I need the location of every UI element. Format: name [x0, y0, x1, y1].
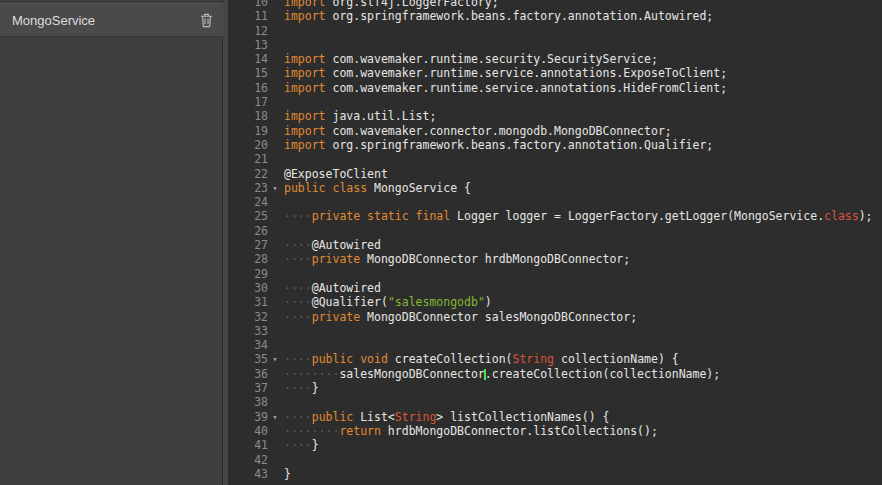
line-number: 29 [228, 267, 268, 281]
code-line[interactable]: 24 [228, 195, 882, 209]
code-line[interactable]: 13 [228, 38, 882, 52]
fold-spacer [268, 195, 282, 209]
code-line[interactable]: 10import org.slf4j.LoggerFactory; [228, 0, 882, 9]
code-line[interactable]: 43} [228, 467, 882, 481]
code-text [282, 338, 284, 352]
line-number: 14 [228, 52, 268, 66]
sidebar-item-mongoservice[interactable]: MongoService [0, 3, 223, 37]
code-text: ····@Autowired [282, 238, 381, 252]
code-text [282, 195, 284, 209]
fold-spacer [268, 438, 282, 452]
code-text: ····private MongoDBConnector hrdbMongoDB… [282, 252, 630, 266]
code-line[interactable]: 20import org.springframework.beans.facto… [228, 138, 882, 152]
code-line[interactable]: 27····@Autowired [228, 238, 882, 252]
code-line[interactable]: 23▾public class MongoService { [228, 181, 882, 195]
fold-spacer [268, 267, 282, 281]
code-token: } [312, 438, 319, 452]
line-number: 30 [228, 281, 268, 295]
code-line[interactable]: 26 [228, 224, 882, 238]
code-line[interactable]: 29 [228, 267, 882, 281]
code-token: > listCollectionNames() { [436, 410, 609, 424]
code-token: org.springframework.beans.factory.annota… [326, 9, 714, 23]
line-number: 36 [228, 367, 268, 381]
line-number: 12 [228, 24, 268, 38]
fold-spacer [268, 252, 282, 266]
code-token: org.springframework.beans.factory.annota… [326, 138, 714, 152]
line-number: 25 [228, 209, 268, 223]
code-text [282, 453, 284, 467]
code-text: @ExposeToClient [282, 167, 388, 181]
code-line[interactable]: 33 [228, 324, 882, 338]
fold-spacer [268, 338, 282, 352]
fold-spacer [268, 324, 282, 338]
line-number: 32 [228, 310, 268, 324]
code-line[interactable]: 14import com.wavemaker.runtime.security.… [228, 52, 882, 66]
code-token: import [284, 52, 326, 66]
code-line[interactable]: 16import com.wavemaker.runtime.service.a… [228, 81, 882, 95]
code-token: "salesmongodb" [388, 295, 485, 309]
code-line[interactable]: 32····private MongoDBConnector salesMong… [228, 310, 882, 324]
code-token: List< [353, 410, 395, 424]
fold-spacer [268, 395, 282, 409]
fold-spacer [268, 424, 282, 438]
code-token: hrdbMongoDBConnector.listCollections(); [381, 424, 658, 438]
code-line[interactable]: 22@ExposeToClient [228, 167, 882, 181]
line-number: 28 [228, 252, 268, 266]
code-line[interactable]: 15import com.wavemaker.runtime.service.a… [228, 66, 882, 80]
code-line[interactable]: 35▾····public void createCollection(Stri… [228, 352, 882, 366]
code-line[interactable]: 39▾····public List<String> listCollectio… [228, 410, 882, 424]
code-line[interactable]: 21 [228, 152, 882, 166]
code-line[interactable]: 12 [228, 24, 882, 38]
code-line[interactable]: 36········salesMongoDBConnector.createCo… [228, 367, 882, 381]
line-number: 17 [228, 95, 268, 109]
code-token: Logger logger = LoggerFactory.getLogger(… [450, 209, 824, 223]
fold-spacer [268, 138, 282, 152]
fold-spacer [268, 152, 282, 166]
code-line[interactable]: 30····@Autowired [228, 281, 882, 295]
code-line[interactable]: 37····} [228, 381, 882, 395]
code-token: ···· [284, 352, 312, 366]
line-number: 18 [228, 109, 268, 123]
line-number: 27 [228, 238, 268, 252]
code-editor[interactable]: 10import org.slf4j.LoggerFactory;11impor… [228, 0, 882, 485]
code-token: MongoDBConnector hrdbMongoDBConnector; [360, 252, 630, 266]
fold-arrow-icon[interactable]: ▾ [268, 352, 282, 366]
code-line[interactable]: 11import org.springframework.beans.facto… [228, 9, 882, 23]
code-token: @ExposeToClient [284, 167, 388, 181]
line-number: 15 [228, 66, 268, 80]
code-line[interactable]: 38 [228, 395, 882, 409]
trash-icon[interactable] [200, 13, 213, 28]
code-text: ········salesMongoDBConnector.createColl… [282, 367, 720, 381]
line-number: 19 [228, 124, 268, 138]
code-line[interactable]: 25····private static final Logger logger… [228, 209, 882, 223]
code-token: org.slf4j.LoggerFactory; [326, 0, 499, 9]
code-line[interactable]: 41····} [228, 438, 882, 452]
code-line[interactable]: 40········return hrdbMongoDBConnector.li… [228, 424, 882, 438]
code-text: ····} [282, 438, 319, 452]
fold-arrow-icon[interactable]: ▾ [268, 410, 282, 424]
code-token: @Autowired [312, 281, 381, 295]
code-line[interactable]: 42 [228, 453, 882, 467]
code-text [282, 224, 284, 238]
fold-spacer [268, 238, 282, 252]
code-token: import [284, 9, 326, 23]
code-lines: 10import org.slf4j.LoggerFactory;11impor… [228, 0, 882, 481]
code-line[interactable]: 34 [228, 338, 882, 352]
code-token: import [284, 0, 326, 9]
code-line[interactable]: 17 [228, 95, 882, 109]
code-token: ···· [284, 381, 312, 395]
code-line[interactable]: 18import java.util.List; [228, 109, 882, 123]
code-token: ···· [284, 209, 312, 223]
code-token: private [312, 252, 360, 266]
code-text [282, 24, 284, 38]
code-token: } [284, 467, 291, 481]
line-number: 11 [228, 9, 268, 23]
code-line[interactable]: 28····private MongoDBConnector hrdbMongo… [228, 252, 882, 266]
fold-spacer [268, 453, 282, 467]
code-token: com.wavemaker.connector.mongodb.MongoDBC… [326, 124, 672, 138]
code-line[interactable]: 19import com.wavemaker.connector.mongodb… [228, 124, 882, 138]
fold-arrow-icon[interactable]: ▾ [268, 181, 282, 195]
fold-spacer [268, 167, 282, 181]
line-number: 22 [228, 167, 268, 181]
code-line[interactable]: 31····@Qualifier("salesmongodb") [228, 295, 882, 309]
